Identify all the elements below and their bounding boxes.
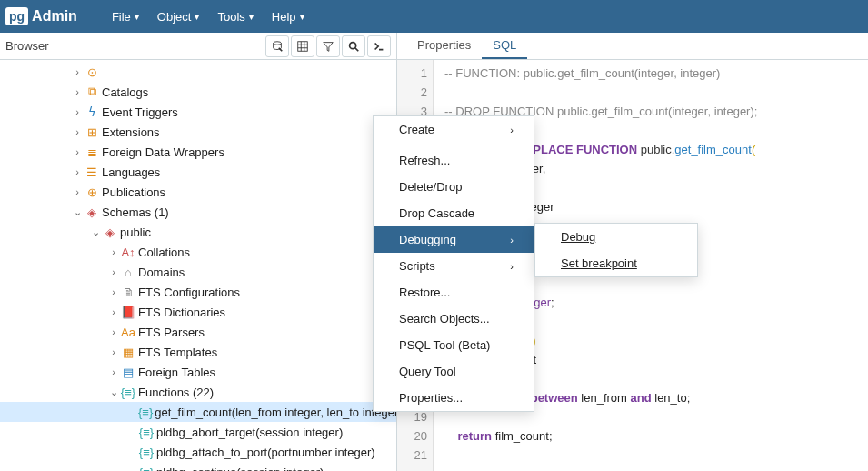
ctx-search-objects[interactable]: Search Objects... — [374, 306, 534, 332]
tree-node-fts-conf[interactable]: ›🗎FTS Configurations — [0, 282, 396, 302]
ctx-query-tool[interactable]: Query Tool — [374, 358, 534, 385]
tree-node-fn-abort[interactable]: {≡}pldbg_abort_target(session integer) — [0, 422, 396, 442]
tab-properties[interactable]: Properties — [406, 33, 482, 59]
ctx-label: PSQL Tool (Beta) — [399, 338, 490, 352]
tree-node-fts-parsers[interactable]: ›AaFTS Parsers — [0, 322, 396, 342]
ctx-scripts[interactable]: Scripts› — [374, 253, 534, 279]
tree-node-catalogs[interactable]: ›⧉Catalogs — [0, 82, 396, 102]
ctx-label: Restore... — [399, 286, 450, 299]
ctx-debugging[interactable]: Debugging› — [374, 226, 534, 253]
tree-node-casts-partial[interactable]: ›⊙ — [0, 62, 396, 82]
tree-node-fn-continue[interactable]: {≡}pldbg_continue(session integer) — [0, 462, 396, 471]
ctx-label: Refresh... — [399, 154, 450, 167]
tree-label: FTS Templates — [136, 346, 217, 359]
code-text: public. — [637, 143, 674, 156]
menu-object[interactable]: Object▾ — [148, 5, 209, 29]
expand-icon: › — [107, 246, 120, 257]
tree-node-fts-dict[interactable]: ›📕FTS Dictionaries — [0, 302, 396, 322]
event-triggers-icon: ϟ — [84, 105, 100, 119]
tree-label: FTS Parsers — [136, 326, 205, 339]
ctx-psql-tool[interactable]: PSQL Tool (Beta) — [374, 332, 534, 358]
tree-node-fn-get-film-count[interactable]: {≡}get_film_count(len_from integer, len_… — [0, 402, 396, 422]
ctx-label: Delete/Drop — [399, 180, 462, 194]
tree-label: FTS Dictionaries — [136, 306, 225, 319]
tree-node-extensions[interactable]: ›⊞Extensions — [0, 122, 396, 142]
tree-label: Foreign Data Wrappers — [100, 145, 224, 159]
tree-node-fts-templates[interactable]: ›▦FTS Templates — [0, 342, 396, 362]
menu-file[interactable]: File▾ — [103, 5, 148, 29]
expand-icon: › — [71, 186, 84, 197]
expand-icon: › — [107, 266, 120, 277]
psql-icon[interactable] — [367, 35, 391, 57]
svg-point-2 — [350, 42, 356, 48]
view-data-icon[interactable] — [291, 35, 314, 57]
menu-help[interactable]: Help▾ — [263, 5, 314, 29]
collapse-icon: ⌄ — [107, 386, 120, 398]
detail-tabs: Properties SQL — [397, 33, 868, 59]
ctx-label: Properties... — [399, 391, 463, 405]
search-icon[interactable] — [342, 35, 365, 57]
tree-label: Schemas (1) — [100, 205, 169, 219]
ctx-label: Scripts — [399, 259, 435, 273]
ctx-drop-cascade[interactable]: Drop Cascade — [374, 200, 534, 226]
tree-node-domains[interactable]: ›⌂Domains — [0, 262, 396, 282]
menu-object-label: Object — [157, 10, 192, 24]
domains-icon: ⌂ — [120, 266, 136, 279]
tree-node-event-triggers[interactable]: ›ϟEvent Triggers — [0, 102, 396, 122]
filter-icon[interactable] — [316, 35, 340, 57]
chevron-down-icon: ▾ — [249, 12, 254, 22]
menu-file-label: File — [112, 10, 131, 24]
tree-node-fdw[interactable]: ›≣Foreign Data Wrappers — [0, 142, 396, 162]
line-number: 2 — [397, 83, 427, 102]
ctx-set-breakpoint[interactable]: Set breakpoint — [535, 250, 697, 276]
ctx-label: Debugging — [399, 233, 456, 246]
tree-node-functions[interactable]: ⌄{≡}Functions (22) — [0, 382, 396, 402]
tree-label: FTS Configurations — [136, 286, 240, 299]
extensions-icon: ⊞ — [84, 125, 100, 139]
tree-node-schemas[interactable]: ⌄◈Schemas (1) — [0, 202, 396, 222]
logo-icon: pg — [5, 7, 28, 25]
tree-node-collations[interactable]: ›A↕Collations — [0, 242, 396, 262]
tree-node-publications[interactable]: ›⊕Publications — [0, 182, 396, 202]
ctx-refresh[interactable]: Refresh... — [374, 147, 534, 174]
menu-tools-label: Tools — [217, 10, 244, 24]
ctx-delete[interactable]: Delete/Drop — [374, 174, 534, 200]
brand-name: Admin — [32, 8, 77, 25]
menu-tools[interactable]: Tools▾ — [208, 5, 262, 29]
logo-text: pg — [9, 9, 25, 24]
code-paren: ( — [752, 143, 755, 156]
fts-dict-icon: 📕 — [120, 306, 136, 319]
publications-icon: ⊕ — [84, 185, 100, 199]
collapse-icon: ⌄ — [71, 206, 84, 218]
query-tool-icon[interactable] — [265, 35, 289, 57]
functions-icon: {≡} — [120, 386, 136, 399]
tree-label: Event Triggers — [100, 105, 178, 119]
tree-label: Extensions — [100, 125, 160, 139]
ctx-properties[interactable]: Properties... — [374, 385, 534, 411]
code-text: len_to; — [652, 391, 691, 405]
code-func: get_film_count — [674, 143, 752, 156]
tree-node-fn-attach[interactable]: {≡}pldbg_attach_to_port(portnumber integ… — [0, 442, 396, 462]
ctx-debug[interactable]: Debug — [535, 224, 697, 250]
ctx-create[interactable]: Create› — [374, 116, 534, 143]
tree-label: Languages — [100, 165, 160, 179]
fts-parsers-icon: Aa — [120, 326, 136, 339]
svg-point-0 — [274, 41, 282, 45]
svg-rect-1 — [298, 41, 308, 51]
chevron-right-icon: › — [510, 261, 514, 272]
tree-node-languages[interactable]: ›☰Languages — [0, 162, 396, 182]
code-text: len_from — [578, 391, 631, 405]
catalogs-icon: ⧉ — [84, 85, 100, 99]
foreign-tables-icon: ▤ — [120, 366, 136, 379]
subheader: Browser Properties SQL — [0, 33, 868, 60]
tree-label: pldbg_abort_target(session integer) — [155, 426, 343, 439]
code-text — [444, 429, 457, 443]
tree-node-foreign-tables[interactable]: ›▤Foreign Tables — [0, 362, 396, 382]
tree-node-public[interactable]: ⌄◈public — [0, 222, 396, 242]
tab-sql[interactable]: SQL — [482, 33, 527, 59]
expand-icon: › — [71, 126, 84, 137]
schemas-icon: ◈ — [84, 205, 100, 219]
ctx-restore[interactable]: Restore... — [374, 279, 534, 306]
tree-label: Collations — [136, 246, 190, 259]
code-text: ; — [551, 296, 554, 309]
